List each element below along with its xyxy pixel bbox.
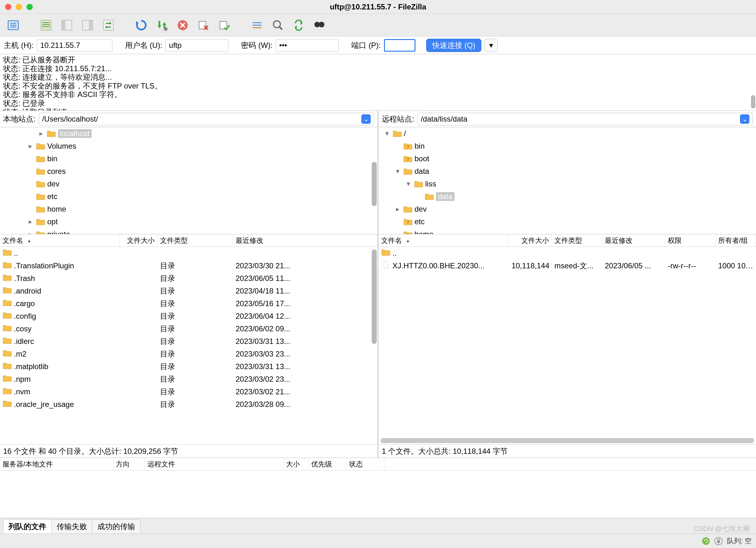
sync-browsing-button[interactable] — [290, 16, 307, 34]
tree-node[interactable]: ▸private — [0, 228, 377, 234]
maximize-window-button[interactable] — [26, 4, 33, 10]
tab-failed-transfers[interactable]: 传输失败 — [51, 519, 92, 534]
chevron-down-icon[interactable]: ⌄ — [740, 114, 749, 124]
tree-node[interactable]: ▸localhost — [0, 127, 377, 140]
tree-node[interactable]: ▸opt — [0, 215, 377, 228]
tree-node[interactable]: data — [379, 190, 756, 203]
disclosure-triangle-icon[interactable]: ▾ — [404, 180, 412, 188]
log-scrollbar[interactable] — [751, 95, 755, 108]
file-row[interactable]: .m2目录2023/03/03 23... — [0, 348, 377, 360]
filter-button[interactable] — [248, 16, 266, 34]
file-row[interactable]: .TranslationPlugin目录2023/03/30 21... — [0, 260, 377, 272]
column-modified[interactable]: 最近修改 — [233, 234, 377, 247]
tree-node[interactable]: ?etc — [379, 215, 756, 228]
tree-node[interactable]: home — [0, 203, 377, 215]
remote-path-input[interactable]: /data/liss/data ⌄ — [417, 113, 753, 125]
port-input[interactable] — [384, 39, 415, 52]
column-permissions[interactable]: 权限 — [665, 234, 716, 247]
disclosure-triangle-icon[interactable]: ▸ — [26, 230, 34, 234]
file-row[interactable]: .cosy目录2023/06/02 09... — [0, 323, 377, 335]
toggle-remote-tree-button[interactable] — [79, 16, 96, 34]
file-row[interactable]: .nvm目录2023/03/02 21... — [0, 385, 377, 398]
file-row[interactable]: XJ.HTTZ0.00.BHE.20230...10,118,144mseed-… — [379, 260, 756, 272]
local-tree-scrollbar[interactable] — [372, 162, 377, 206]
quickconnect-button[interactable]: 快速连接 (Q) — [426, 39, 481, 52]
column-name[interactable]: 文件名 — [0, 234, 120, 247]
host-input[interactable] — [37, 39, 112, 52]
remote-directory-tree[interactable]: ▾/?bin?boot▾data▾lissdata▸dev?etc?home — [379, 127, 756, 234]
tree-node[interactable]: ▸dev — [379, 203, 756, 215]
file-row[interactable]: .android目录2023/04/18 11... — [0, 285, 377, 297]
file-row[interactable]: .npm目录2023/03/02 23... — [0, 373, 377, 385]
username-input[interactable] — [165, 39, 228, 52]
column-size[interactable]: 文件大小 — [120, 234, 157, 247]
tab-queued-files[interactable]: 列队的文件 — [3, 519, 52, 534]
file-row[interactable]: .matplotlib目录2023/03/31 13... — [0, 360, 377, 373]
tree-node[interactable]: etc — [0, 190, 377, 203]
refresh-button[interactable] — [132, 16, 150, 34]
transfer-queue[interactable] — [0, 471, 756, 518]
local-file-list-header[interactable]: 文件名 文件大小 文件类型 最近修改 — [0, 234, 377, 247]
tree-node[interactable]: ▾data — [379, 165, 756, 178]
cancel-operation-button[interactable] — [174, 16, 192, 34]
tree-node[interactable]: ▾/ — [379, 127, 756, 140]
tree-node[interactable]: cores — [0, 165, 377, 178]
file-row[interactable]: .cargo目录2023/05/16 17... — [0, 297, 377, 310]
column-owner[interactable]: 所有者/组 — [716, 234, 756, 247]
directory-comparison-button[interactable] — [269, 16, 287, 34]
toggle-message-log-button[interactable] — [37, 16, 55, 34]
quickconnect-dropdown-button[interactable]: ▾ — [484, 39, 498, 52]
file-row[interactable]: .config目录2023/06/04 12... — [0, 310, 377, 323]
disclosure-triangle-icon[interactable]: ▸ — [37, 129, 45, 138]
column-priority[interactable]: 优先级 — [309, 458, 347, 470]
tree-node[interactable]: bin — [0, 152, 377, 165]
remote-file-list[interactable]: ..XJ.HTTZ0.00.BHE.20230...10,118,144msee… — [379, 247, 756, 444]
column-type[interactable]: 文件类型 — [552, 234, 602, 247]
local-list-scrollbar[interactable] — [372, 249, 377, 344]
toggle-local-tree-button[interactable] — [58, 16, 76, 34]
remote-file-list-header[interactable]: 文件名 文件大小 文件类型 最近修改 权限 所有者/组 — [379, 234, 756, 247]
local-file-list[interactable]: ...TranslationPlugin目录2023/03/30 21....T… — [0, 247, 377, 444]
reconnect-button[interactable] — [215, 16, 233, 34]
tree-node[interactable]: ?boot — [379, 152, 756, 165]
file-row[interactable]: .. — [0, 247, 377, 260]
remote-list-h-scrollbar[interactable] — [381, 438, 754, 443]
tree-node[interactable]: ?home — [379, 228, 756, 234]
column-status[interactable]: 状态 — [347, 458, 384, 470]
tree-node[interactable]: dev — [0, 178, 377, 190]
disclosure-triangle-icon[interactable]: ▸ — [394, 205, 401, 213]
file-row[interactable]: .. — [379, 247, 756, 260]
column-size[interactable]: 大小 — [283, 458, 309, 470]
column-server[interactable]: 服务器/本地文件 — [0, 458, 113, 470]
file-row[interactable]: .Trash目录2023/06/05 11... — [0, 272, 377, 285]
column-type[interactable]: 文件类型 — [157, 234, 233, 247]
disclosure-triangle-icon[interactable]: ▾ — [394, 167, 401, 175]
disclosure-triangle-icon[interactable]: ▸ — [26, 142, 34, 150]
file-row[interactable]: .oracle_jre_usage目录2023/03/28 09... — [0, 398, 377, 411]
disclosure-triangle-icon[interactable]: ▸ — [26, 218, 34, 226]
close-window-button[interactable] — [5, 4, 11, 10]
message-log[interactable]: 状态: 已从服务器断开状态: 正在连接 10.211.55.7:21...状态:… — [0, 54, 756, 111]
disclosure-triangle-icon[interactable]: ▾ — [383, 129, 391, 138]
column-direction[interactable]: 方向 — [113, 458, 145, 470]
site-manager-button[interactable] — [4, 16, 22, 34]
password-input[interactable] — [276, 39, 339, 52]
column-size[interactable]: 文件大小 — [508, 234, 552, 247]
column-name[interactable]: 文件名 — [379, 234, 508, 247]
chevron-down-icon[interactable]: ⌄ — [361, 114, 371, 124]
disconnect-button[interactable] — [195, 16, 212, 34]
local-directory-tree[interactable]: ▸localhost▸Volumesbincoresdevetchome▸opt… — [0, 127, 377, 234]
column-remote-file[interactable]: 远程文件 — [145, 458, 283, 470]
local-path-input[interactable]: /Users/localhost/ ⌄ — [39, 113, 374, 125]
tab-successful-transfers[interactable]: 成功的传输 — [92, 519, 140, 534]
search-remote-button[interactable] — [311, 16, 328, 34]
file-row[interactable]: .idlerc目录2023/03/31 13... — [0, 335, 377, 348]
minimize-window-button[interactable] — [16, 4, 22, 10]
transfer-queue-header[interactable]: 服务器/本地文件 方向 远程文件 大小 优先级 状态 — [0, 458, 756, 471]
tree-node[interactable]: ?bin — [379, 140, 756, 152]
toggle-transfer-queue-button[interactable] — [100, 16, 117, 34]
tree-node[interactable]: ▾liss — [379, 178, 756, 190]
column-modified[interactable]: 最近修改 — [602, 234, 665, 247]
process-queue-button[interactable] — [153, 16, 171, 34]
tree-node[interactable]: ▸Volumes — [0, 140, 377, 152]
